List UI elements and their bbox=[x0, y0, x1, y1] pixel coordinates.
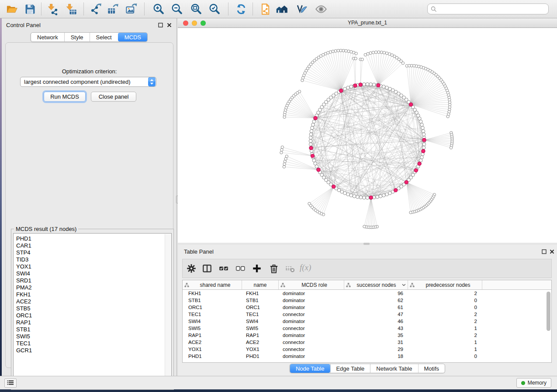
table-cell[interactable]: 1 bbox=[408, 340, 482, 345]
network-node[interactable] bbox=[422, 146, 426, 149]
delete-table-button[interactable] bbox=[285, 263, 295, 274]
mcds-result-item[interactable]: STB5 bbox=[16, 305, 171, 312]
network-view[interactable] bbox=[178, 28, 557, 243]
network-node[interactable] bbox=[309, 133, 313, 136]
network-canvas[interactable] bbox=[178, 28, 557, 243]
table-cell[interactable]: dominator bbox=[279, 333, 344, 338]
table-cell[interactable]: 2 bbox=[408, 333, 482, 338]
mcds-result-item[interactable]: GCR1 bbox=[16, 347, 171, 354]
network-node[interactable] bbox=[374, 51, 377, 53]
network-node[interactable] bbox=[419, 120, 422, 124]
mcds-result-item[interactable]: STB1 bbox=[16, 326, 171, 333]
network-node[interactable] bbox=[355, 52, 357, 55]
table-cell[interactable]: PHD1 bbox=[183, 354, 242, 359]
close-traffic-light[interactable] bbox=[183, 21, 188, 26]
network-node[interactable] bbox=[311, 123, 315, 127]
network-node[interactable] bbox=[283, 163, 286, 165]
network-node[interactable] bbox=[346, 86, 350, 89]
table-cell[interactable]: YOX1 bbox=[242, 347, 279, 352]
table-cell[interactable]: ACE2 bbox=[242, 340, 279, 345]
refresh-layout-button[interactable] bbox=[235, 3, 248, 16]
table-row[interactable]: ACE2ACE2connector311 bbox=[183, 339, 551, 346]
table-cell[interactable]: 0 bbox=[408, 354, 482, 359]
table-cell[interactable]: dominator bbox=[279, 354, 344, 359]
mcds-result-item[interactable]: YOX1 bbox=[16, 263, 171, 270]
network-node[interactable] bbox=[363, 83, 366, 86]
network-node[interactable] bbox=[334, 50, 337, 52]
network-node[interactable] bbox=[369, 83, 373, 86]
sort-chevron-icon[interactable] bbox=[402, 284, 406, 286]
zoom-in-button[interactable] bbox=[152, 3, 165, 16]
network-node[interactable] bbox=[298, 90, 301, 93]
memory-button[interactable]: Memory bbox=[516, 378, 551, 388]
table-cell[interactable]: SWI4 bbox=[183, 319, 242, 324]
float-window-icon[interactable] bbox=[158, 23, 163, 28]
table-row[interactable]: SWI4SWI4dominator462 bbox=[183, 318, 551, 325]
network-node[interactable] bbox=[450, 146, 452, 149]
network-node[interactable] bbox=[281, 146, 284, 148]
network-hub-node[interactable] bbox=[414, 168, 418, 172]
network-node[interactable] bbox=[422, 130, 425, 133]
network-node[interactable] bbox=[312, 159, 316, 162]
network-node[interactable] bbox=[283, 165, 285, 168]
graphics-details-button[interactable] bbox=[295, 3, 308, 16]
network-hub-node[interactable] bbox=[394, 189, 398, 192]
task-history-button[interactable] bbox=[4, 378, 17, 388]
network-node[interactable] bbox=[310, 130, 313, 133]
table-cell[interactable]: 62 bbox=[344, 298, 408, 303]
network-node[interactable] bbox=[309, 136, 312, 140]
mcds-result-item[interactable]: PMA2 bbox=[16, 284, 171, 291]
table-row[interactable]: STB1STB1dominator620 bbox=[183, 297, 551, 304]
table-row[interactable]: TEC1TEC1connector472 bbox=[183, 311, 551, 318]
table-cell[interactable]: dominator bbox=[279, 291, 344, 296]
column-header-shared-name[interactable]: shared name bbox=[183, 280, 242, 289]
table-scrollbar-thumb[interactable] bbox=[547, 292, 550, 331]
zoom-out-button[interactable] bbox=[170, 3, 183, 16]
network-node[interactable] bbox=[366, 83, 369, 86]
column-header-successor-nodes[interactable]: successor nodes bbox=[344, 280, 408, 289]
table-row[interactable]: RAP1RAP1dominator352 bbox=[183, 332, 551, 339]
table-cell[interactable]: ACE2 bbox=[183, 340, 242, 345]
network-hub-node[interactable] bbox=[377, 83, 380, 87]
mcds-result-item[interactable]: RAP1 bbox=[16, 319, 171, 326]
network-node[interactable] bbox=[363, 225, 366, 228]
open-file-button[interactable] bbox=[5, 3, 18, 16]
network-node[interactable] bbox=[284, 160, 286, 163]
network-hub-node[interactable] bbox=[309, 146, 313, 150]
run-mcds-button[interactable]: Run MCDS bbox=[44, 92, 86, 102]
mcds-result-item[interactable]: ORC1 bbox=[16, 312, 171, 319]
table-cell[interactable]: SWI4 bbox=[242, 319, 279, 324]
network-node[interactable] bbox=[385, 86, 389, 89]
table-cell[interactable]: STB1 bbox=[183, 298, 242, 303]
tab-network[interactable]: Network bbox=[31, 33, 64, 41]
network-node[interactable] bbox=[311, 126, 314, 130]
network-node[interactable] bbox=[419, 159, 422, 162]
minimize-traffic-light[interactable] bbox=[192, 21, 197, 26]
network-node[interactable] bbox=[409, 211, 412, 214]
mcds-result-item[interactable]: STP4 bbox=[16, 249, 171, 256]
table-cell[interactable]: 46 bbox=[344, 319, 408, 324]
export-network-button[interactable] bbox=[89, 3, 102, 16]
table-cell[interactable]: connector bbox=[279, 326, 344, 331]
mcds-result-item[interactable]: TEC1 bbox=[16, 340, 171, 347]
table-cell[interactable]: connector bbox=[279, 347, 344, 352]
table-cell[interactable]: 0 bbox=[408, 305, 482, 310]
network-node[interactable] bbox=[346, 193, 350, 196]
table-cell[interactable]: 61 bbox=[344, 305, 408, 310]
network-node[interactable] bbox=[382, 85, 386, 89]
network-node[interactable] bbox=[356, 195, 360, 199]
export-image-button[interactable] bbox=[125, 3, 138, 16]
criterion-dropdown[interactable]: largest connected component (undirected) bbox=[20, 77, 156, 87]
network-node[interactable] bbox=[420, 156, 424, 159]
table-row[interactable]: FKH1FKH1dominator962 bbox=[183, 290, 551, 297]
table-cell[interactable]: SWI5 bbox=[183, 326, 242, 331]
mcds-result-list[interactable]: PHD1CAR1STP4TID3YOX1SWI4SRD1PMA2FKH1ACE2… bbox=[13, 233, 172, 388]
tab-mcds[interactable]: MCDS bbox=[118, 33, 147, 41]
network-node[interactable] bbox=[385, 52, 388, 55]
table-tab-node-table[interactable]: Node Table bbox=[290, 364, 330, 373]
table-tab-network-table[interactable]: Network Table bbox=[370, 364, 418, 373]
table-cell[interactable]: 47 bbox=[344, 312, 408, 317]
network-node[interactable] bbox=[382, 194, 386, 197]
network-node[interactable] bbox=[285, 155, 288, 158]
table-cell[interactable]: 1 bbox=[408, 326, 482, 331]
